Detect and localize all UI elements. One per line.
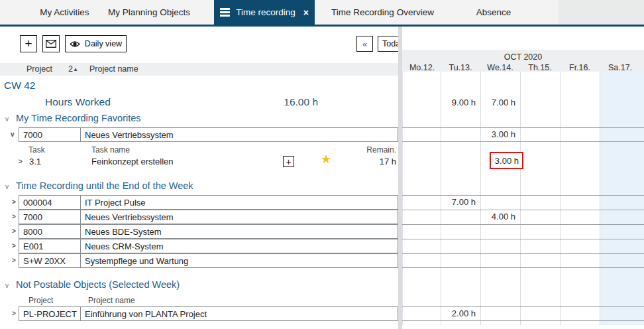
grid-row-band bbox=[402, 210, 644, 224]
expand-chevron-icon[interactable]: > bbox=[19, 158, 23, 165]
remain-column-header: Remain. bbox=[356, 145, 396, 155]
today-button[interactable]: Today bbox=[378, 36, 398, 52]
weekend-column-background bbox=[600, 50, 644, 325]
eye-icon bbox=[70, 40, 80, 48]
expand-chevron-icon[interactable]: > bbox=[12, 213, 16, 220]
grid-row-band bbox=[402, 127, 644, 142]
tab-time-recording-overview[interactable]: Time Recording Overview bbox=[318, 0, 447, 25]
day-header-mo: Mo.12. bbox=[402, 63, 442, 72]
hours-worked-total: 16.00 h bbox=[265, 96, 318, 108]
tab-label: Absence bbox=[476, 7, 511, 17]
posted-hours-we[interactable]: 4.00 h bbox=[479, 212, 515, 222]
column-header-project[interactable]: Project bbox=[27, 64, 52, 74]
expand-chevron-icon[interactable]: > bbox=[12, 242, 16, 249]
sort-indicator[interactable]: 2▲ bbox=[68, 64, 78, 74]
menu-icon[interactable] bbox=[220, 7, 230, 19]
project-name-cell[interactable]: IT Project Pulse bbox=[80, 195, 398, 210]
project-name-cell[interactable]: Neues BDE-System bbox=[80, 224, 398, 239]
mail-button[interactable] bbox=[42, 35, 60, 52]
add-time-entry-button[interactable]: + bbox=[283, 156, 294, 167]
favorite-star-icon[interactable]: ★ bbox=[321, 152, 331, 166]
selected-time-entry-cell[interactable]: 3.00 h bbox=[490, 152, 523, 169]
tab-bar-shade bbox=[559, 0, 644, 25]
project-id-cell[interactable]: 7000 bbox=[19, 210, 81, 224]
tab-my-planning-objects[interactable]: My Planning Objects bbox=[99, 0, 199, 25]
tab-label: Time recording bbox=[236, 7, 295, 17]
sort-number: 2 bbox=[68, 64, 73, 74]
tab-my-activities[interactable]: My Activities bbox=[20, 0, 109, 25]
hours-worked-tu: 9.00 h bbox=[439, 98, 476, 107]
hours-worked-we: 7.00 h bbox=[479, 98, 515, 107]
tab-label: Time Recording Overview bbox=[331, 7, 434, 17]
time-recording-app: My Activities My Planning Objects Time r… bbox=[0, 0, 644, 329]
section-title-week: Time Recording until the End of the Week bbox=[16, 180, 193, 191]
plus-icon: + bbox=[25, 36, 32, 51]
grid-row-band bbox=[402, 239, 644, 253]
collapse-chevron-icon[interactable]: v bbox=[11, 131, 15, 138]
expand-chevron-icon[interactable]: > bbox=[12, 257, 16, 264]
project-column-header: Project bbox=[28, 296, 53, 305]
grid-row-band bbox=[402, 224, 644, 239]
remain-value: 17 h bbox=[356, 157, 396, 166]
project-name-cell[interactable]: Einführung von PLANTA Project bbox=[80, 306, 398, 321]
remain-label: Remain. bbox=[356, 145, 396, 155]
project-id-cell[interactable]: PL-PROJECT bbox=[19, 306, 81, 321]
tab-bar: My Activities My Planning Objects Time r… bbox=[0, 0, 644, 25]
day-header-sa: Sa.17. bbox=[600, 63, 641, 72]
day-header-tu: Tu.13. bbox=[441, 63, 480, 72]
section-title-not-postable: Not Postable Objects (Selected Week) bbox=[16, 279, 180, 290]
collapse-chevron-icon[interactable]: v bbox=[5, 282, 9, 289]
tab-label: My Activities bbox=[40, 7, 89, 17]
daily-view-button[interactable]: Daily view bbox=[65, 35, 127, 52]
project-id-cell[interactable]: E001 bbox=[19, 239, 81, 253]
month-label: OCT 2020 bbox=[402, 52, 644, 62]
task-remaining: 17 h bbox=[356, 157, 396, 166]
grid-row-band bbox=[402, 253, 644, 268]
posted-hours-tu[interactable]: 2.00 h bbox=[439, 308, 476, 318]
task-column-header: Task bbox=[28, 145, 45, 155]
tab-absence[interactable]: Absence bbox=[457, 0, 530, 25]
expand-chevron-icon[interactable]: > bbox=[12, 198, 16, 206]
tab-label: My Planning Objects bbox=[108, 7, 190, 17]
previous-week-button[interactable]: « bbox=[356, 36, 373, 52]
project-id-cell[interactable]: S+W 20XX bbox=[19, 253, 81, 268]
task-name[interactable]: Feinkonzept erstellen bbox=[91, 157, 174, 166]
grid-row-band bbox=[402, 306, 644, 321]
day-header-fr: Fr.16. bbox=[560, 63, 600, 72]
hours-worked-label: Hours Worked bbox=[45, 96, 111, 108]
tab-time-recording[interactable]: Time recording × bbox=[214, 0, 315, 25]
double-chevron-left-icon: « bbox=[362, 39, 367, 49]
plus-icon: + bbox=[286, 157, 291, 166]
task-id[interactable]: 3.1 bbox=[29, 157, 41, 166]
expand-chevron-icon[interactable]: > bbox=[12, 310, 16, 317]
collapse-chevron-icon[interactable]: v bbox=[5, 115, 9, 123]
pane-splitter[interactable] bbox=[398, 27, 402, 329]
section-title-favorites: My Time Recording Favorites bbox=[16, 113, 141, 123]
project-name-cell[interactable]: Neues CRM-System bbox=[80, 239, 398, 253]
day-header-we: We.14. bbox=[480, 63, 520, 72]
daily-view-label: Daily view bbox=[85, 39, 122, 48]
day-header-th: Th.15. bbox=[520, 63, 560, 72]
close-tab-icon[interactable]: × bbox=[303, 7, 309, 18]
grid-row-band bbox=[402, 195, 644, 210]
expand-chevron-icon[interactable]: > bbox=[12, 228, 16, 235]
project-id-cell[interactable]: 8000 bbox=[19, 224, 81, 239]
posted-hours-tu[interactable]: 7.00 h bbox=[439, 197, 476, 207]
tab-bar-underline bbox=[0, 25, 644, 27]
sort-asc-icon: ▲ bbox=[73, 66, 78, 72]
add-button[interactable]: + bbox=[20, 35, 37, 52]
task-name-column-header: Task name bbox=[91, 145, 130, 155]
project-name-cell[interactable]: Systempflege und Wartung bbox=[80, 253, 398, 268]
project-id-cell[interactable]: 7000 bbox=[19, 127, 81, 142]
table-header bbox=[0, 63, 398, 76]
column-header-project-name[interactable]: Project name bbox=[89, 64, 138, 74]
project-id-cell[interactable]: 000004 bbox=[19, 195, 81, 210]
collapse-chevron-icon[interactable]: v bbox=[5, 183, 9, 190]
envelope-icon bbox=[46, 40, 56, 48]
project-name-cell[interactable]: Neues Vertriebssystem bbox=[80, 127, 398, 142]
calendar-week-label: CW 42 bbox=[4, 80, 35, 92]
project-name-column-header: Project name bbox=[88, 296, 135, 305]
today-label: Today bbox=[382, 39, 398, 48]
project-name-cell[interactable]: Neues Vertriebssystem bbox=[80, 210, 398, 224]
posted-hours-we[interactable]: 3.00 h bbox=[479, 129, 515, 139]
